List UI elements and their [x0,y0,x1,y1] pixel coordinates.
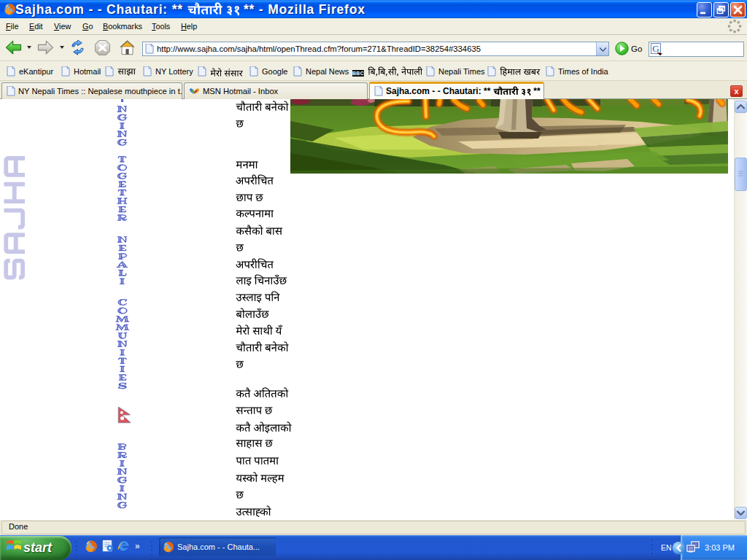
svg-text:BBC: BBC [352,71,364,76]
svg-text:G: G [652,43,659,54]
